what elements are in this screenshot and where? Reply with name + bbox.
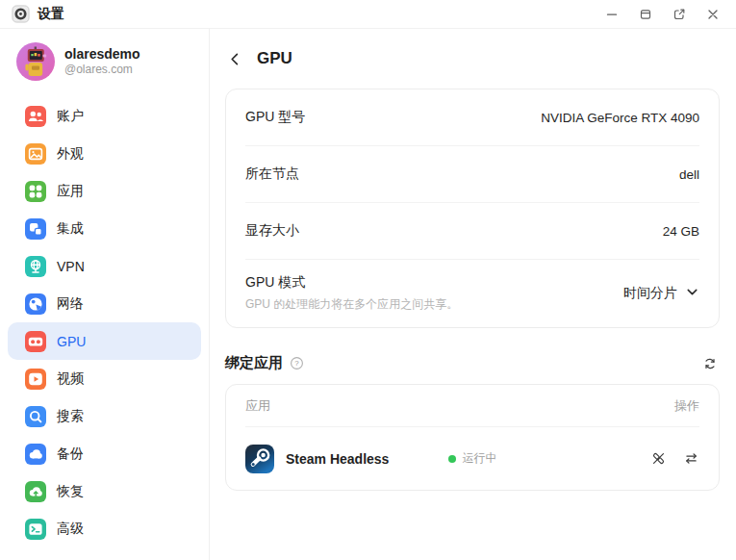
sidebar-item-label: 高级	[57, 521, 84, 538]
sidebar-item-network[interactable]: 网络	[8, 285, 201, 322]
sidebar-menu: 账户 外观 应用 集成	[8, 97, 201, 547]
users-icon	[25, 106, 46, 127]
row-value: dell	[679, 167, 699, 182]
row-label: 所在节点	[245, 165, 299, 183]
sidebar-item-backup[interactable]: 备份	[8, 435, 201, 472]
settings-gear-icon	[12, 5, 30, 23]
sidebar-item-search[interactable]: 搜索	[8, 397, 201, 435]
sidebar-item-integration[interactable]: 集成	[8, 210, 201, 247]
sidebar-item-label: GPU	[57, 334, 86, 349]
status-badge: 运行中	[448, 450, 496, 467]
chevron-down-icon	[685, 285, 699, 302]
gpu-card-icon	[25, 331, 46, 352]
row-value: 24 GB	[663, 224, 699, 239]
user-name: olaresdemo	[64, 45, 140, 63]
main-panel: GPU GPU 型号 NVIDIA GeForce RTX 4090 所在节点 …	[210, 29, 736, 560]
sidebar-item-label: 应用	[57, 183, 84, 200]
sidebar-item-label: 集成	[57, 220, 84, 238]
refresh-icon[interactable]	[702, 356, 718, 371]
appearance-icon	[25, 143, 46, 165]
section-title: 绑定应用	[225, 354, 283, 372]
sidebar-item-label: 外观	[57, 145, 84, 163]
steam-icon	[245, 445, 274, 473]
backup-cloud-icon	[25, 444, 46, 465]
apps-grid-icon	[25, 181, 46, 202]
table-row: Steam Headless 运行中	[226, 427, 719, 490]
row-label: 显存大小	[245, 222, 299, 240]
user-handle: @olares.com	[64, 63, 140, 78]
window-title: 设置	[38, 6, 64, 23]
info-row-gpu-mode: GPU 模式 GPU 的处理能力将在多个应用之间共享。 时间分片	[245, 260, 699, 327]
maximize-button[interactable]	[636, 5, 655, 24]
transfer-icon[interactable]	[683, 450, 699, 467]
open-external-button[interactable]	[670, 5, 689, 24]
gpu-mode-value: 时间分片	[623, 285, 677, 302]
app-name: Steam Headless	[286, 451, 389, 467]
status-dot	[448, 455, 456, 463]
gpu-mode-select[interactable]: 时间分片	[623, 285, 699, 302]
minimize-button[interactable]	[602, 5, 622, 24]
sidebar-item-label: 备份	[57, 445, 84, 463]
svg-text:?: ?	[294, 359, 299, 368]
back-button[interactable]	[225, 49, 244, 68]
sidebar-item-label: 搜索	[57, 408, 84, 425]
sidebar-item-gpu[interactable]: GPU	[8, 322, 201, 360]
network-globe-icon	[25, 293, 46, 315]
titlebar: 设置	[0, 0, 736, 29]
sidebar-item-restore[interactable]: 恢复	[8, 472, 201, 510]
vpn-globe-icon	[25, 256, 46, 277]
unbind-icon[interactable]	[650, 450, 667, 467]
integration-icon	[25, 218, 46, 240]
robot-avatar	[16, 42, 55, 81]
status-text: 运行中	[462, 450, 496, 467]
sidebar-item-appearance[interactable]: 外观	[8, 135, 201, 172]
gpu-info-card: GPU 型号 NVIDIA GeForce RTX 4090 所在节点 dell…	[225, 89, 720, 328]
sidebar: olaresdemo @olares.com 账户 外观	[0, 29, 210, 560]
search-icon	[25, 406, 46, 427]
question-circle-icon[interactable]: ?	[290, 356, 304, 370]
terminal-icon	[25, 519, 46, 540]
sidebar-item-label: 视频	[57, 370, 84, 388]
col-action-header: 操作	[674, 397, 699, 415]
row-description: GPU 的处理能力将在多个应用之间共享。	[245, 296, 458, 313]
bound-apps-header: 绑定应用 ?	[225, 354, 718, 372]
sidebar-item-label: 恢复	[57, 483, 84, 500]
sidebar-item-apps[interactable]: 应用	[8, 172, 201, 210]
settings-window: 设置	[0, 0, 736, 560]
user-profile[interactable]: olaresdemo @olares.com	[8, 42, 201, 81]
sidebar-item-video[interactable]: 视频	[8, 360, 201, 397]
bound-apps-card: 应用 操作	[225, 384, 720, 491]
sidebar-item-account[interactable]: 账户	[8, 97, 201, 135]
row-label: GPU 型号	[245, 109, 305, 126]
sidebar-item-label: 网络	[57, 295, 84, 313]
close-button[interactable]	[703, 5, 723, 24]
video-play-icon	[25, 369, 46, 390]
row-value: NVIDIA GeForce RTX 4090	[541, 111, 699, 125]
table-header: 应用 操作	[245, 385, 699, 427]
info-row-model: GPU 型号 NVIDIA GeForce RTX 4090	[245, 89, 699, 146]
restore-cloud-icon	[25, 481, 46, 502]
sidebar-item-label: VPN	[57, 259, 85, 274]
page-title: GPU	[257, 49, 292, 68]
col-app-header: 应用	[245, 397, 270, 415]
sidebar-item-vpn[interactable]: VPN	[8, 247, 201, 285]
row-label: GPU 模式	[245, 274, 458, 292]
sidebar-item-label: 账户	[57, 108, 84, 125]
info-row-node: 所在节点 dell	[245, 146, 699, 203]
sidebar-item-advanced[interactable]: 高级	[8, 510, 201, 547]
info-row-vram: 显存大小 24 GB	[245, 203, 699, 260]
page-header: GPU	[225, 42, 720, 75]
